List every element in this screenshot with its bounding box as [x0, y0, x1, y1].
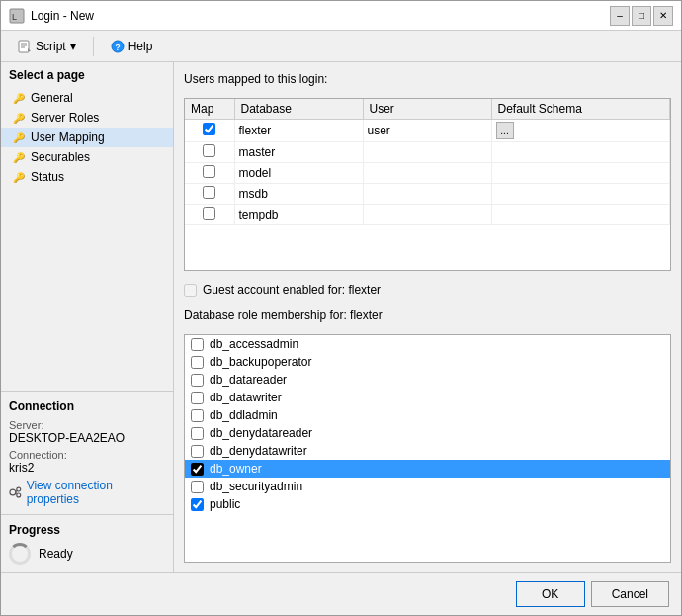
- role-label: db_securityadmin: [210, 480, 302, 493]
- row-schema: ...: [491, 120, 670, 142]
- sidebar-item-general[interactable]: 🔑 General: [1, 88, 173, 108]
- role-checkbox[interactable]: [191, 356, 204, 369]
- list-item[interactable]: db_ddladmin: [185, 406, 670, 424]
- title-bar-left: L Login - New: [9, 8, 94, 24]
- progress-spinner: [9, 543, 31, 565]
- role-checkbox[interactable]: [191, 463, 204, 476]
- row-user: [363, 205, 491, 225]
- role-label: db_owner: [210, 462, 262, 476]
- server-roles-icon: 🔑: [13, 113, 25, 124]
- sidebar-item-general-label: General: [31, 91, 73, 105]
- cancel-button[interactable]: Cancel: [591, 581, 669, 607]
- role-checkbox[interactable]: [191, 374, 204, 387]
- role-checkbox[interactable]: [191, 445, 204, 458]
- view-connection-label: View connection properties: [27, 479, 165, 506]
- list-item[interactable]: db_datawriter: [185, 389, 670, 406]
- connection-section-title: Connection: [9, 399, 165, 413]
- role-checkbox[interactable]: [191, 392, 204, 404]
- row-database: model: [234, 163, 363, 184]
- table-row[interactable]: master: [185, 142, 670, 163]
- row-user: [363, 142, 491, 163]
- list-item[interactable]: public: [185, 495, 670, 513]
- guest-account-checkbox[interactable]: [184, 284, 197, 297]
- script-dropdown-icon: ▾: [70, 40, 76, 53]
- list-item[interactable]: db_datareader: [185, 371, 670, 389]
- sidebar-item-status[interactable]: 🔑 Status: [1, 167, 173, 187]
- row-database: tempdb: [234, 205, 363, 225]
- roles-section-label: Database role membership for: flexter: [184, 308, 671, 322]
- connection-label: Connection:: [9, 449, 165, 461]
- row-database: master: [234, 142, 363, 163]
- connection-value: kris2: [9, 461, 165, 475]
- list-item[interactable]: db_securityadmin: [185, 478, 670, 495]
- title-bar: L Login - New – □ ✕: [1, 1, 681, 31]
- list-item[interactable]: db_denydatawriter: [185, 442, 670, 460]
- table-row[interactable]: model: [185, 163, 670, 184]
- col-map-header: Map: [185, 99, 234, 120]
- row-map-checkbox[interactable]: [203, 165, 215, 178]
- role-checkbox[interactable]: [191, 427, 204, 440]
- svg-text:?: ?: [115, 43, 121, 52]
- row-schema: [491, 205, 670, 225]
- row-user: user: [363, 120, 491, 142]
- row-map-checkbox[interactable]: [203, 123, 215, 135]
- role-label: db_accessadmin: [210, 337, 298, 351]
- connection-section: Connection Server: DESKTOP-EAA2EAO Conne…: [1, 391, 173, 514]
- view-connection-link[interactable]: View connection properties: [9, 479, 165, 506]
- help-button[interactable]: ? Help: [102, 36, 162, 57]
- sidebar-item-server-roles[interactable]: 🔑 Server Roles: [1, 108, 173, 128]
- row-map-checkbox[interactable]: [203, 144, 215, 157]
- role-label: db_denydatawriter: [210, 444, 307, 458]
- list-item[interactable]: db_backupoperator: [185, 353, 670, 371]
- server-label: Server:: [9, 419, 165, 431]
- window-controls: – □ ✕: [610, 6, 673, 26]
- svg-point-9: [10, 489, 16, 495]
- roles-list[interactable]: db_accessadmindb_backupoperatordb_datare…: [184, 334, 671, 563]
- main-content: Select a page 🔑 General 🔑 Server Roles 🔑…: [1, 62, 681, 572]
- row-schema: [491, 142, 670, 163]
- script-button[interactable]: Script ▾: [9, 36, 85, 57]
- maximize-button[interactable]: □: [632, 6, 651, 26]
- schema-ellipsis-button[interactable]: ...: [496, 122, 514, 139]
- server-value: DESKTOP-EAA2EAO: [9, 431, 165, 445]
- col-user-header: User: [363, 99, 491, 120]
- minimize-button[interactable]: –: [610, 6, 630, 26]
- key-icon: 🔑: [13, 93, 25, 104]
- role-label: db_backupoperator: [210, 355, 311, 369]
- svg-rect-2: [19, 41, 29, 52]
- users-table[interactable]: Map Database User Default Schema flexter…: [184, 98, 671, 271]
- row-schema: [491, 163, 670, 184]
- ok-button[interactable]: OK: [516, 581, 585, 607]
- help-label: Help: [128, 40, 153, 53]
- window-title: Login - New: [31, 9, 94, 23]
- close-button[interactable]: ✕: [653, 6, 673, 26]
- row-map-checkbox[interactable]: [203, 207, 215, 220]
- sidebar: Select a page 🔑 General 🔑 Server Roles 🔑…: [1, 62, 174, 572]
- list-item[interactable]: db_denydatareader: [185, 424, 670, 442]
- users-section-label: Users mapped to this login:: [184, 72, 671, 86]
- table-row[interactable]: msdb: [185, 184, 670, 205]
- guest-account-row: Guest account enabled for: flexter: [184, 279, 671, 301]
- guest-account-label: Guest account enabled for: flexter: [203, 283, 381, 297]
- role-checkbox[interactable]: [191, 481, 204, 493]
- role-checkbox[interactable]: [191, 409, 204, 422]
- row-database: msdb: [234, 184, 363, 205]
- role-label: db_ddladmin: [210, 408, 278, 422]
- role-label: public: [210, 497, 240, 511]
- script-icon: [18, 40, 32, 53]
- role-checkbox[interactable]: [191, 338, 204, 351]
- sidebar-item-securables[interactable]: 🔑 Securables: [1, 147, 173, 167]
- list-item[interactable]: db_owner: [185, 460, 670, 478]
- script-label: Script: [36, 40, 66, 53]
- sidebar-item-user-mapping[interactable]: 🔑 User Mapping: [1, 128, 173, 147]
- table-row[interactable]: flexteruser...: [185, 120, 670, 142]
- role-checkbox[interactable]: [191, 498, 204, 511]
- bottom-bar: OK Cancel: [1, 572, 681, 615]
- status-icon: 🔑: [13, 172, 25, 183]
- list-item[interactable]: db_accessadmin: [185, 335, 670, 353]
- table-row[interactable]: tempdb: [185, 205, 670, 225]
- toolbar: Script ▾ ? Help: [1, 31, 681, 62]
- row-map-checkbox[interactable]: [203, 186, 215, 199]
- progress-section: Progress Ready: [1, 514, 173, 572]
- svg-line-13: [16, 492, 17, 494]
